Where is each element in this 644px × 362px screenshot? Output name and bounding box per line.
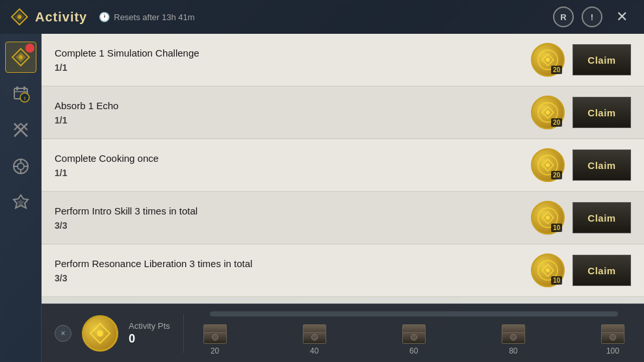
svg-point-25 <box>546 110 550 114</box>
clock-icon: 🕐 <box>99 12 110 22</box>
milestone-0: 20 <box>203 324 227 356</box>
header-title: Activity <box>35 10 87 25</box>
svg-point-27 <box>546 163 550 167</box>
milestone-label-3: 80 <box>509 346 517 356</box>
svg-point-2 <box>18 15 21 19</box>
sidebar-badge-0 <box>25 44 34 53</box>
task-row-3: Perform Intro Skill 3 times in total 3/3 <box>42 192 644 244</box>
task-row-2: Complete Cooking once 1/1 20 <box>42 139 644 192</box>
sidebar-icon-2 <box>12 121 30 139</box>
sidebar-item-3[interactable] <box>5 151 36 182</box>
task-name-3: Perform Intro Skill 3 times in total <box>55 205 531 216</box>
chest-clasp-1 <box>311 334 318 341</box>
task-progress-3: 3/3 <box>55 220 531 231</box>
compass-icon-2 <box>541 159 554 172</box>
milestone-3: 80 <box>502 324 525 356</box>
chest-icon-2[interactable] <box>402 324 426 344</box>
pts-label: Activity Pts <box>129 321 170 331</box>
r-button[interactable]: R <box>553 6 574 27</box>
task-name-4: Perform Resonance Liberation 3 times in … <box>55 258 531 269</box>
milestone-label-4: 100 <box>606 346 619 356</box>
chest-icon-0[interactable] <box>203 324 227 344</box>
progress-area: 20 40 <box>197 311 631 356</box>
task-name-1: Absorb 1 Echo <box>55 100 531 111</box>
milestone-4: 100 <box>601 324 625 356</box>
tasks-list: Complete 1 Simulation Challenge 1/1 2 <box>42 34 644 304</box>
reset-info: 🕐 Resets after 13h 41m <box>99 12 194 22</box>
reward-count-0: 20 <box>551 66 562 74</box>
compass-icon-3 <box>541 211 554 224</box>
chest-clasp-3 <box>510 334 517 341</box>
exclamation-button[interactable]: ! <box>582 6 602 27</box>
task-name-0: Complete 1 Simulation Challenge <box>55 47 531 58</box>
sidebar-icon-4 <box>12 194 30 212</box>
compass-icon-0 <box>541 53 554 66</box>
milestone-2: 60 <box>402 324 426 356</box>
chest-icon-3[interactable] <box>502 324 525 344</box>
sidebar-item-4[interactable] <box>5 187 36 218</box>
sidebar-icon-1: ! <box>12 84 30 103</box>
milestone-label-1: 40 <box>310 346 318 356</box>
svg-rect-8 <box>16 86 18 90</box>
pts-info: Activity Pts 0 <box>129 321 170 346</box>
claim-button-2[interactable]: Claim <box>573 149 631 181</box>
svg-rect-9 <box>23 86 25 90</box>
task-row-0: Complete 1 Simulation Challenge 1/1 2 <box>42 34 644 86</box>
task-row-1: Absorb 1 Echo 1/1 20 <box>42 86 644 139</box>
reward-count-1: 20 <box>551 118 562 127</box>
task-reward-2: 20 <box>531 148 565 182</box>
task-progress-0: 1/1 <box>55 62 531 73</box>
milestone-label-2: 60 <box>409 346 418 356</box>
reward-count-4: 10 <box>551 276 562 285</box>
svg-point-31 <box>546 268 550 272</box>
svg-point-23 <box>546 58 550 62</box>
bottom-bar: × Activity Pts 0 <box>42 304 644 362</box>
reward-coin-0: 20 <box>531 43 565 77</box>
chest-icon-1[interactable] <box>303 324 326 344</box>
reward-coin-1: 20 <box>531 96 565 129</box>
milestone-label-0: 20 <box>211 346 219 356</box>
sidebar: ! <box>0 34 42 362</box>
claim-button-4[interactable]: Claim <box>573 255 631 286</box>
header: Activity 🕐 Resets after 13h 41m R ! ✕ <box>0 0 644 34</box>
chest-clasp-4 <box>610 334 616 341</box>
activity-icon <box>10 8 29 26</box>
sidebar-item-1[interactable]: ! <box>5 78 36 109</box>
task-reward-0: 20 <box>531 43 565 77</box>
task-reward-4: 10 <box>531 253 565 287</box>
pts-close-button[interactable]: × <box>55 325 71 342</box>
pts-compass-svg <box>89 322 111 344</box>
task-info-2: Complete Cooking once 1/1 <box>55 153 531 178</box>
task-name-2: Complete Cooking once <box>55 153 531 164</box>
pts-coin-icon <box>82 315 118 352</box>
task-progress-1: 1/1 <box>55 115 531 125</box>
progress-milestones: 20 40 <box>197 324 631 356</box>
content-area: ! <box>0 34 644 362</box>
pts-value: 0 <box>129 332 170 346</box>
header-right: R ! ✕ <box>553 5 634 29</box>
sidebar-item-0[interactable] <box>5 42 36 73</box>
task-reward-3: 10 <box>531 201 565 235</box>
pts-close-icon: × <box>60 329 65 338</box>
chest-clasp-2 <box>411 334 417 341</box>
task-progress-4: 3/3 <box>55 273 531 283</box>
chest-clasp-0 <box>212 334 218 341</box>
task-info-0: Complete 1 Simulation Challenge 1/1 <box>55 47 531 73</box>
claim-button-3[interactable]: Claim <box>573 202 631 233</box>
reward-count-3: 10 <box>551 224 562 232</box>
svg-point-5 <box>19 55 23 59</box>
chest-icon-4[interactable] <box>601 324 625 344</box>
sidebar-item-2[interactable] <box>5 114 36 146</box>
claim-button-1[interactable]: Claim <box>573 97 631 128</box>
reward-coin-2: 20 <box>531 148 565 182</box>
reward-coin-3: 10 <box>531 201 565 235</box>
sidebar-icon-3 <box>12 157 30 175</box>
compass-icon-1 <box>541 106 554 119</box>
task-row-4: Perform Resonance Liberation 3 times in … <box>42 244 644 297</box>
svg-point-33 <box>97 330 103 337</box>
claim-button-0[interactable]: Claim <box>573 44 631 75</box>
svg-text:!: ! <box>23 96 25 101</box>
progress-track <box>210 311 618 317</box>
close-button[interactable]: ✕ <box>610 5 634 29</box>
pts-divider <box>183 314 184 353</box>
